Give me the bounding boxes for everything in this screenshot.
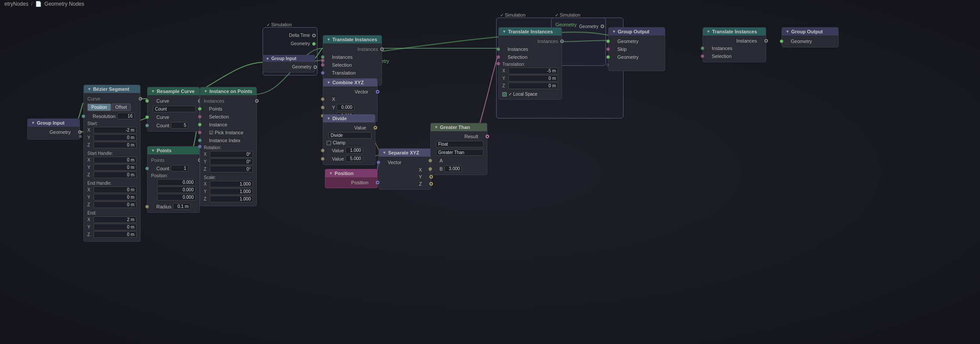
pts-x[interactable]: 0.000 bbox=[157, 179, 196, 186]
group-input-header[interactable]: ▼ Group Input bbox=[28, 119, 79, 127]
sim-geo-label: Geometry bbox=[291, 41, 310, 46]
bezier-sh-y[interactable]: 0 m bbox=[94, 164, 137, 171]
bezier-start-y[interactable]: 0 m bbox=[94, 134, 137, 141]
greater-header[interactable]: ▼ Greater Than bbox=[431, 123, 487, 131]
instance-rx[interactable]: 0° bbox=[210, 151, 253, 158]
divide-val1-row: Value 1.000 bbox=[323, 146, 375, 154]
instance-rz[interactable]: 0° bbox=[210, 166, 253, 172]
translate1-header[interactable]: ▼ Translate Instances bbox=[323, 36, 382, 43]
instance-scale-label: Scale: bbox=[200, 174, 256, 181]
resample-chevron: ▼ bbox=[151, 89, 155, 93]
greater-than-node: ▼ Greater Than Result Float Greater Than… bbox=[430, 123, 487, 175]
translate-fr-inst-lbl: Instances bbox=[706, 38, 757, 43]
divide-header[interactable]: ▼ Divide bbox=[323, 115, 375, 122]
translate2-y[interactable]: 0 m bbox=[508, 75, 558, 82]
combine-chevron: ▼ bbox=[327, 80, 331, 85]
resample-count-val[interactable]: 5 bbox=[171, 122, 188, 129]
sim-group-input-node: ▼ Group Input Geometry bbox=[263, 55, 315, 72]
bezier-start-xyz: X-2 m Y0 m Z0 m bbox=[84, 127, 140, 150]
combine-y-val[interactable]: 0.000 bbox=[337, 104, 354, 111]
separate-header[interactable]: ▼ Separate XYZ bbox=[379, 149, 431, 157]
group-input-extra-row bbox=[28, 136, 79, 137]
breadcrumb-sep: / bbox=[31, 1, 32, 7]
translate-inst-fr: ▼ Translate Instances Instances Instance… bbox=[703, 27, 766, 62]
instance-sz[interactable]: 1.000 bbox=[210, 196, 253, 202]
divide-select[interactable]: Divide bbox=[328, 132, 371, 139]
translate2-z[interactable]: 0 m bbox=[508, 82, 558, 89]
instance-pick-row: ☑ Pick Instance bbox=[200, 129, 256, 136]
group-input-geo-socket-out[interactable] bbox=[78, 130, 82, 134]
position-out-row: Position bbox=[325, 179, 377, 186]
group-input-geo-row: Geometry bbox=[28, 129, 79, 136]
divide-clamp-check[interactable] bbox=[327, 141, 331, 145]
points-radius-val[interactable]: 0.1 m bbox=[173, 203, 191, 210]
divide-val2-in bbox=[321, 157, 324, 161]
bezier-start-x[interactable]: -2 m bbox=[94, 127, 137, 133]
bezier-tab-offset[interactable]: Offset bbox=[112, 104, 131, 111]
translate-fr-inst-in: Instances bbox=[703, 44, 766, 52]
group-out-r-skip-row: Skip bbox=[609, 45, 665, 53]
translate2-ls-check[interactable] bbox=[502, 92, 507, 97]
points-chevron: ▼ bbox=[151, 148, 155, 153]
group-out-r-geo-label: Geometry bbox=[617, 39, 638, 44]
instance-sx[interactable]: 1.000 bbox=[210, 181, 253, 187]
divide-val1[interactable]: 1.000 bbox=[346, 147, 363, 154]
bezier-eh-x[interactable]: 0 m bbox=[94, 186, 137, 193]
translate-fr-header[interactable]: ▼ Translate Instances bbox=[703, 28, 766, 36]
resample-count-row: Count 5 bbox=[148, 121, 199, 129]
translate2-inst-out-row: Instances bbox=[499, 37, 562, 45]
bezier-res-label: Resolution bbox=[93, 114, 115, 119]
greater-op-select[interactable]: Greater Than bbox=[436, 149, 483, 156]
bezier-tab-position[interactable]: Position bbox=[87, 104, 111, 111]
points-count-val[interactable]: 1 bbox=[171, 165, 188, 172]
group-out-r-geo2-row: Geometry bbox=[609, 53, 665, 61]
resample-header[interactable]: ▼ Resample Curve bbox=[148, 87, 199, 95]
bezier-end-label: End: bbox=[84, 210, 140, 216]
instance-header[interactable]: ▼ Instance on Points bbox=[200, 87, 256, 95]
pts-y[interactable]: 0.000 bbox=[157, 186, 196, 193]
bezier-e-x[interactable]: 2 m bbox=[94, 216, 137, 223]
translate2-x[interactable]: -5 m bbox=[508, 68, 558, 74]
translate2-inst-out-lbl: Instances bbox=[502, 39, 558, 44]
group-out-r-geo-row: Geometry bbox=[609, 37, 665, 45]
combine-header[interactable]: ▼ Combine XYZ bbox=[323, 79, 377, 86]
greater-result-row: Result bbox=[431, 133, 487, 140]
bezier-e-y[interactable]: 0 m bbox=[94, 224, 137, 230]
greater-result-out bbox=[486, 135, 489, 138]
bezier-eh-z[interactable]: 0 m bbox=[94, 201, 137, 208]
group-output-r-header[interactable]: ▼ Group Output bbox=[609, 28, 665, 36]
group-out-r-skip-label: Skip bbox=[617, 47, 627, 52]
group-output-r-title: Group Output bbox=[618, 29, 649, 34]
greater-b-val[interactable]: 3.000 bbox=[444, 165, 462, 172]
divide-val2[interactable]: 5.000 bbox=[346, 155, 363, 162]
translate2-out bbox=[560, 39, 564, 43]
bezier-e-z[interactable]: 0 m bbox=[94, 231, 137, 238]
bezier-sh-x[interactable]: 0 m bbox=[94, 157, 137, 163]
bezier-res-val[interactable]: 16 bbox=[117, 113, 135, 119]
sim-geo-in bbox=[312, 42, 316, 46]
instance-ry[interactable]: 0° bbox=[210, 158, 253, 165]
group-output-final-header[interactable]: ▼ Group Output bbox=[782, 28, 838, 36]
divide-clamp-row: Clamp bbox=[323, 140, 375, 146]
translate-fr-sel-row: Selection bbox=[703, 52, 766, 60]
breadcrumb-icon: 📄 bbox=[35, 1, 42, 7]
bezier-header[interactable]: ▼ Bézier Segment bbox=[84, 85, 140, 93]
combine-vec-out-row: Vector bbox=[323, 88, 377, 95]
instance-sy[interactable]: 1.000 bbox=[210, 188, 253, 195]
bezier-sh-z[interactable]: 0 m bbox=[94, 172, 137, 178]
greater-type-select[interactable]: Float bbox=[436, 141, 483, 147]
combine-y-in bbox=[321, 106, 324, 109]
instance-idx-in bbox=[198, 139, 202, 142]
sim-gi-header[interactable]: ▼ Group Input bbox=[263, 55, 315, 62]
points-header[interactable]: ▼ Points bbox=[148, 147, 199, 154]
bezier-eh-y[interactable]: 0 m bbox=[94, 194, 137, 201]
translate2-header[interactable]: ▼ Translate Instances bbox=[499, 28, 562, 36]
divide-clamp-label: Clamp bbox=[333, 140, 346, 145]
translate-inst2-node: ▼ Translate Instances Instances Instance… bbox=[498, 27, 562, 100]
resample-select[interactable]: Count bbox=[153, 106, 196, 112]
group-out-r-extra-in bbox=[606, 64, 609, 66]
bezier-start-z[interactable]: 0 m bbox=[94, 142, 137, 148]
pts-z[interactable]: 0.000 bbox=[157, 194, 196, 201]
divide-val2-row: Value 5.000 bbox=[323, 154, 375, 163]
position-header[interactable]: ▼ Position bbox=[325, 169, 377, 177]
